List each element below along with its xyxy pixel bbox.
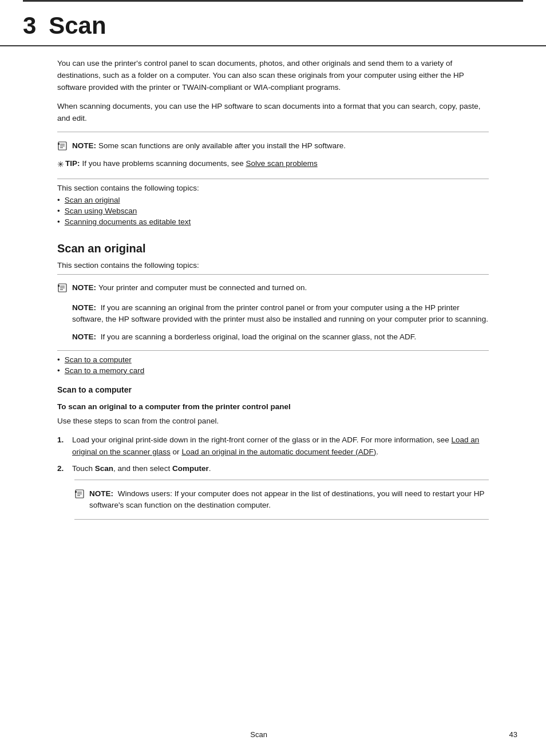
- tip-keyword: TIP:: [65, 158, 80, 169]
- scan-note-content-2: NOTE: If you are scanning an original fr…: [72, 302, 489, 326]
- scan-step-note-content: NOTE: Windows users: If your computer do…: [89, 488, 489, 512]
- list-item: Scanning documents as editable text: [57, 217, 489, 226]
- scan-step-note-line: NOTE: Windows users: If your computer do…: [74, 488, 489, 512]
- scan-original-topics-intro: This section contains the following topi…: [57, 261, 489, 270]
- note-keyword-1: NOTE:: [72, 140, 96, 152]
- scan-original-section: Scan an original This section contains t…: [57, 242, 489, 520]
- list-item: Scan using Webscan: [57, 207, 489, 215]
- note-tip-box: NOTE: Some scan functions are only avail…: [57, 132, 489, 179]
- scan-original-heading: Scan an original: [57, 242, 489, 255]
- step-2-content: Touch Scan, and then select Computer.: [72, 463, 211, 475]
- chapter-number: 3: [23, 12, 36, 39]
- scan-to-computer-subheading: To scan an original to a computer from t…: [57, 402, 489, 411]
- page-footer: Scan 43: [0, 730, 546, 739]
- scan-note-1: NOTE: Your printer and computer must be …: [57, 282, 489, 296]
- step-1-number: 1.: [57, 434, 66, 446]
- scan-step-note-box: NOTE: Windows users: If your computer do…: [74, 480, 489, 520]
- scan-original-notes-box: NOTE: Your printer and computer must be …: [57, 274, 489, 351]
- step-1-content: Load your original print-side down in th…: [72, 434, 489, 458]
- scan-editable-text-link[interactable]: Scanning documents as editable text: [65, 217, 191, 226]
- scan-note-content-3: NOTE: If you are scanning a borderless o…: [72, 331, 416, 343]
- scan-note-3: NOTE: If you are scanning a borderless o…: [57, 331, 489, 343]
- step-2-number: 2.: [57, 463, 66, 475]
- step-2-scan-bold: Scan: [95, 464, 113, 473]
- svg-rect-4: [58, 143, 60, 145]
- page-container: 3 Scan You can use the printer's control…: [0, 0, 546, 756]
- tip-line: ✳ TIP: If you have problems scanning doc…: [57, 158, 489, 171]
- scan-steps-intro: Use these steps to scan from the control…: [57, 415, 489, 428]
- scan-step-1: 1. Load your original print-side down in…: [57, 434, 489, 458]
- scan-note-keyword-1: NOTE:: [72, 282, 96, 294]
- scan-steps-list: 1. Load your original print-side down in…: [57, 434, 489, 475]
- adf-link[interactable]: Load an original in the automatic docume…: [181, 448, 376, 456]
- svg-rect-9: [58, 285, 60, 287]
- scan-note-text-3: If you are scanning a borderless origina…: [101, 333, 417, 341]
- tip-icon: ✳: [57, 159, 64, 171]
- scan-to-computer-link[interactable]: Scan to a computer: [65, 355, 132, 364]
- solve-scan-problems-link[interactable]: Solve scan problems: [246, 159, 317, 168]
- scan-note-keyword-3: NOTE:: [72, 333, 96, 341]
- topics-intro: This section contains the following topi…: [57, 184, 489, 192]
- list-item: Scan to a memory card: [57, 366, 489, 375]
- scan-step-note-icon: [74, 489, 85, 502]
- chapter-header: 3 Scan: [0, 2, 546, 46]
- list-item: Scan to a computer: [57, 355, 489, 364]
- footer-section: Scan: [250, 730, 267, 739]
- scan-to-computer-heading: Scan to a computer: [57, 385, 489, 394]
- scan-step-2: 2. Touch Scan, and then select Computer.: [57, 463, 489, 475]
- main-content: You can use the printer's control panel …: [0, 46, 546, 545]
- chapter-title: Scan: [49, 12, 106, 39]
- scan-note-text-1: Your printer and computer must be connec…: [98, 282, 307, 294]
- scan-to-computer-section: Scan to a computer To scan an original t…: [57, 385, 489, 520]
- scan-original-link[interactable]: Scan an original: [65, 196, 120, 204]
- note-line-1: NOTE: Some scan functions are only avail…: [57, 140, 489, 155]
- topics-list: Scan an original Scan using Webscan Scan…: [57, 196, 489, 226]
- intro-paragraph-2: When scanning documents, you can use the…: [57, 101, 489, 125]
- scan-note-text-2: If you are scanning an original from the…: [72, 303, 488, 323]
- scan-note-2: NOTE: If you are scanning an original fr…: [57, 302, 489, 326]
- scan-to-memory-link[interactable]: Scan to a memory card: [65, 366, 145, 375]
- scan-original-links-list: Scan to a computer Scan to a memory card: [57, 355, 489, 375]
- note-icon-1: [57, 141, 68, 155]
- scan-note-icon-1: [57, 283, 68, 296]
- scan-webscan-link[interactable]: Scan using Webscan: [65, 207, 137, 215]
- footer-page: 43: [509, 730, 517, 739]
- scan-note-keyword-2: NOTE:: [72, 303, 96, 312]
- svg-rect-14: [75, 491, 77, 493]
- intro-paragraph-1: You can use the printer's control panel …: [57, 58, 489, 94]
- scan-step-note-keyword: NOTE:: [89, 489, 113, 498]
- list-item: Scan an original: [57, 196, 489, 204]
- tip-content: If you have problems scanning documents,…: [82, 158, 318, 169]
- step-2-computer-bold: Computer: [172, 464, 209, 473]
- scan-step-note-text: Windows users: If your computer does not…: [89, 489, 484, 509]
- footer-spacer: [267, 730, 509, 739]
- note-text-1: Some scan functions are only available a…: [98, 140, 346, 152]
